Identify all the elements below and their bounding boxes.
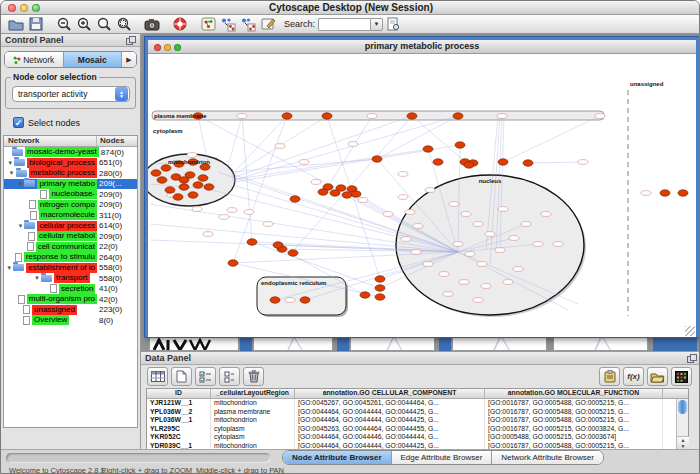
- network-node-selected[interactable]: [270, 297, 280, 303]
- network-node[interactable]: [449, 202, 459, 207]
- tree-row-primary-metabo[interactable]: ▼primary metabo209(...: [4, 179, 137, 190]
- network-node-selected[interactable]: [300, 297, 310, 303]
- background-window[interactable]: [653, 337, 697, 351]
- help-button[interactable]: [170, 16, 190, 33]
- network-node-selected[interactable]: [290, 196, 300, 202]
- tree-row-establishment-of-lo[interactable]: ▼establishment of lo558(0): [4, 263, 137, 274]
- tree-row-response-to-stimulu[interactable]: response to stimulu264(0): [4, 252, 137, 263]
- network-node-selected[interactable]: [498, 159, 508, 165]
- network-node[interactable]: [553, 242, 563, 247]
- network-node[interactable]: [465, 252, 475, 257]
- network-node-selected[interactable]: [161, 165, 171, 171]
- network-node[interactable]: [521, 222, 531, 227]
- network-node[interactable]: [533, 242, 543, 247]
- network-node-selected[interactable]: [423, 146, 433, 152]
- table-cell[interactable]: YJR121W__1: [147, 399, 211, 408]
- expand-arrow-icon[interactable]: ▼: [16, 181, 24, 187]
- network-node-selected[interactable]: [322, 113, 332, 119]
- tree-row-metabolic-process[interactable]: ▼metabolic process280(0): [4, 168, 137, 179]
- table-cell[interactable]: mitochondrion: [211, 416, 295, 425]
- column-header-region[interactable]: _cellularLayoutRegion: [211, 389, 295, 398]
- network-node[interactable]: [275, 144, 285, 149]
- select-attributes-button[interactable]: [147, 367, 168, 386]
- tree-column-network[interactable]: Network: [4, 136, 97, 146]
- table-cell[interactable]: cytoplasm: [211, 425, 295, 434]
- table-scrollbar[interactable]: ▲▼: [676, 399, 688, 449]
- network-node-selected[interactable]: [375, 285, 385, 291]
- network-node-selected[interactable]: [464, 162, 474, 168]
- attribute-matrix-button[interactable]: [671, 367, 692, 386]
- background-window[interactable]: [337, 337, 349, 351]
- network-node[interactable]: [443, 292, 453, 297]
- layout-button[interactable]: [238, 16, 258, 33]
- network-node[interactable]: [481, 284, 491, 289]
- tree-row-biological-process[interactable]: ▼biological_process651(0): [4, 158, 137, 169]
- table-row[interactable]: YJR121W__1mitochondrion[GO:0045267, GO:0…: [147, 399, 688, 408]
- table-row[interactable]: YPL036W__1mitochondrion[GO:0044464, GO:0…: [147, 416, 688, 425]
- column-header-id[interactable]: ID: [147, 389, 211, 398]
- network-node[interactable]: [495, 248, 505, 253]
- network-node[interactable]: [498, 207, 508, 212]
- network-node[interactable]: [263, 222, 273, 227]
- table-cell[interactable]: [GO:0016787, GO:0005488, GO:0005215, G..…: [485, 416, 663, 425]
- network-node-selected[interactable]: [288, 250, 298, 256]
- save-button[interactable]: [26, 16, 46, 33]
- select-all-attributes-button[interactable]: [195, 367, 216, 386]
- network-node[interactable]: [299, 160, 309, 165]
- network-node-selected[interactable]: [157, 177, 167, 183]
- network-node-selected[interactable]: [375, 294, 385, 300]
- network-node[interactable]: [285, 298, 295, 303]
- float-panel-icon[interactable]: [126, 36, 136, 45]
- network-node-selected[interactable]: [179, 177, 189, 183]
- network-node[interactable]: [641, 191, 651, 196]
- network-node-selected[interactable]: [188, 192, 198, 198]
- background-window[interactable]: [253, 337, 333, 351]
- table-row[interactable]: YPL036W__2plasma membrane[GO:0044464, GO…: [147, 408, 688, 417]
- scrollbar-thumb[interactable]: [678, 400, 687, 414]
- background-window[interactable]: [350, 337, 435, 351]
- network-frame-titlebar[interactable]: primary metabolic process: [148, 40, 696, 54]
- tree-row-cell-communicat[interactable]: cell communicat22(0): [4, 242, 137, 253]
- search-config-button[interactable]: [383, 16, 403, 33]
- network-edge[interactable]: [377, 116, 458, 159]
- network-node[interactable]: [425, 188, 435, 193]
- network-node-selected[interactable]: [318, 189, 328, 195]
- network-node[interactable]: [423, 262, 433, 267]
- import-attributes-button[interactable]: [647, 367, 668, 386]
- network-node-selected[interactable]: [204, 184, 214, 190]
- network-node-selected[interactable]: [273, 242, 283, 248]
- scrollbar-arrows[interactable]: ▲▼: [677, 436, 689, 449]
- search-input[interactable]: [318, 18, 370, 31]
- tree-row-transport[interactable]: ▼transport558(0): [4, 273, 137, 284]
- unselect-all-attributes-button[interactable]: [219, 367, 240, 386]
- network-node[interactable]: [453, 242, 463, 247]
- tree-row-multi-organism-pro[interactable]: multi-organism pro42(0): [4, 294, 137, 305]
- network-node-selected[interactable]: [351, 191, 361, 197]
- network-canvas[interactable]: plasma membranecytoplasmmitochondrionnuc…: [148, 54, 696, 337]
- table-row[interactable]: YLR295Ccytoplasm[GO:0045263, GO:0044464,…: [147, 425, 688, 434]
- tree-row-nucleobase-[interactable]: nucleobase-209(0): [4, 189, 137, 200]
- expand-arrow-icon[interactable]: ▼: [6, 160, 14, 166]
- network-node[interactable]: [578, 160, 588, 165]
- table-cell[interactable]: [GO:0016787, GO:0005488, GO:0005215, G..…: [485, 399, 663, 408]
- float-panel-icon[interactable]: [687, 354, 697, 363]
- delete-attribute-button[interactable]: [243, 367, 264, 386]
- table-cell[interactable]: [GO:0016787, GO:0005215, GO:0003824, G..…: [485, 425, 663, 434]
- tab-network[interactable]: Network: [5, 52, 64, 67]
- zoom-out-button[interactable]: [54, 16, 74, 33]
- vizmapper-button[interactable]: [218, 16, 238, 33]
- background-window[interactable]: [240, 337, 252, 351]
- tab-node-attribute-browser[interactable]: Node Attribute Browser: [283, 451, 392, 464]
- network-node[interactable]: [244, 210, 254, 215]
- tree-row-cellular-process[interactable]: ▼cellular process614(0): [4, 221, 137, 232]
- network-edge[interactable]: [412, 116, 469, 165]
- network-node-selected[interactable]: [453, 113, 463, 119]
- network-node-selected[interactable]: [228, 260, 238, 266]
- tab-edge-attribute-browser[interactable]: Edge Attribute Browser: [392, 451, 493, 464]
- open-button[interactable]: [6, 16, 26, 33]
- table-cell[interactable]: [GO:0045263, GO:0044464, GO:0044455, G..…: [295, 425, 485, 434]
- tree-row-cellular-metabol[interactable]: cellular metabol209(0): [4, 231, 137, 242]
- network-edge[interactable]: [528, 162, 583, 163]
- network-edge[interactable]: [228, 116, 242, 166]
- network-node[interactable]: [358, 198, 368, 203]
